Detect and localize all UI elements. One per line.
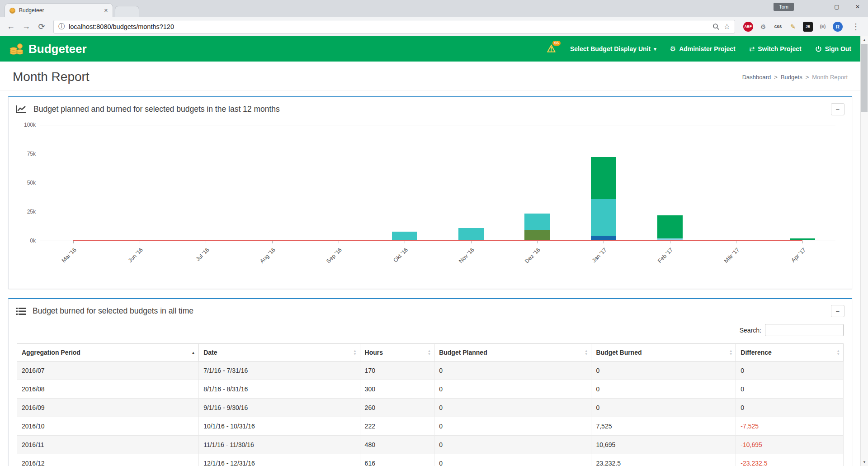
cell-budget-burned: 0 <box>591 399 736 417</box>
table-search: Search: <box>9 321 852 341</box>
cell-hours: 222 <box>360 417 434 436</box>
extension-x-icon[interactable]: ✎ <box>788 22 798 32</box>
cell-date: 8/1/16 - 8/31/16 <box>199 380 360 399</box>
sign-out-link[interactable]: Sign Out <box>815 45 851 52</box>
switch-project-link[interactable]: ⇄ Switch Project <box>749 45 802 53</box>
bar-nov-16 <box>458 228 484 240</box>
zoom-icon[interactable] <box>712 23 720 30</box>
budget-segment-green <box>591 157 616 199</box>
budget-segment-green <box>657 215 683 238</box>
budget-table: Aggregation Period▲▼Date▲▼Hours▲▼Budget … <box>17 343 844 466</box>
cell-budget-planned: 0 <box>434 380 591 399</box>
budget-segment-teal <box>591 199 616 236</box>
column-label: Budget Burned <box>596 349 642 356</box>
brand[interactable]: Budgeteer <box>9 42 87 56</box>
y-axis-label: 50k <box>16 179 36 186</box>
cell-date: 7/1/16 - 7/31/16 <box>199 361 360 380</box>
x-axis-label: Mär '17 <box>723 247 741 264</box>
select-budget-display-unit-menu[interactable]: Select Budget Display Unit ▾ <box>570 45 656 52</box>
extension-css-icon[interactable]: css <box>773 22 783 32</box>
table-panel: Budget burned for selected budgets in al… <box>8 298 852 466</box>
cell-aggregation-period: 2016/12 <box>17 454 199 466</box>
browser-tab[interactable]: Budgeteer ✕ <box>5 3 113 17</box>
x-axis-label: Apr '17 <box>790 247 807 264</box>
breadcrumb-dashboard[interactable]: Dashboard <box>742 74 771 81</box>
scroll-thumb[interactable] <box>861 44 868 112</box>
page-scrollbar[interactable]: ▲ ▼ <box>860 36 868 466</box>
breadcrumb-budgets[interactable]: Budgets <box>781 74 802 81</box>
extension-x-icon[interactable]: (≡) <box>818 22 828 32</box>
x-axis-label: Mai '16 <box>61 247 78 264</box>
sort-icon: ▲▼ <box>191 351 195 355</box>
minimize-button[interactable]: ─ <box>806 0 826 14</box>
column-header-budget-planned[interactable]: Budget Planned▲▼ <box>434 344 591 361</box>
table-row[interactable]: 2016/1111/1/16 - 11/30/16480010,695-10,6… <box>17 436 844 454</box>
browser-menu-icon[interactable]: ⋮ <box>847 22 864 32</box>
menu-label: Select Budget Display Unit <box>570 45 651 52</box>
x-axis-label: Jul '16 <box>194 247 210 262</box>
breadcrumb-separator: > <box>806 74 809 81</box>
column-header-budget-burned[interactable]: Budget Burned▲▼ <box>591 344 736 361</box>
administer-project-link[interactable]: ⚙ Administer Project <box>670 45 736 53</box>
cell-difference: -23,232.5 <box>736 454 844 466</box>
bar-dez-16 <box>524 214 550 240</box>
scroll-up-button[interactable]: ▲ <box>861 36 868 44</box>
collapse-button[interactable]: − <box>831 305 844 317</box>
profile-chip[interactable]: Tom <box>774 3 794 11</box>
refresh-button[interactable]: ⟳ <box>34 22 49 32</box>
page-info-icon[interactable]: ⓘ <box>58 23 65 31</box>
cell-difference: -10,695 <box>736 436 844 454</box>
column-header-difference[interactable]: Difference▲▼ <box>736 344 844 361</box>
table-row[interactable]: 2016/1212/1/16 - 12/31/16616023,232.5-23… <box>17 454 844 466</box>
extension-abp-icon[interactable]: ABP <box>743 22 753 32</box>
column-label: Difference <box>741 349 771 356</box>
cell-budget-burned: 0 <box>591 361 736 380</box>
sort-icon: ▲▼ <box>585 350 588 356</box>
budget-segment-teal <box>524 214 550 230</box>
search-input[interactable] <box>765 324 844 336</box>
url-text[interactable]: localhost:8080/budgets/months?120 <box>69 23 708 30</box>
new-tab-button[interactable] <box>115 6 139 17</box>
grid-line <box>40 183 835 183</box>
column-header-hours[interactable]: Hours▲▼ <box>360 344 434 361</box>
scroll-down-button[interactable]: ▼ <box>861 458 868 466</box>
grid-line <box>40 212 835 212</box>
cell-budget-planned: 0 <box>434 417 591 436</box>
column-header-aggregation-period[interactable]: Aggregation Period▲▼ <box>17 344 199 361</box>
tab-title: Budgeteer <box>19 7 100 14</box>
maximize-button[interactable]: ▢ <box>826 0 847 14</box>
power-icon <box>815 46 822 52</box>
y-axis-label: 25k <box>16 208 36 215</box>
table-row[interactable]: 2016/088/1/16 - 8/31/16300000 <box>17 380 844 399</box>
extension-x-icon[interactable]: ⚙ <box>758 22 768 32</box>
window-close-button[interactable]: ✕ <box>847 0 868 14</box>
chart-plot: 0k25k50k75k100kMai '16Jun '16Jul '16Aug … <box>40 125 835 241</box>
table-row[interactable]: 2016/077/1/16 - 7/31/16170000 <box>17 361 844 380</box>
collapse-button[interactable]: − <box>831 103 844 115</box>
cell-budget-burned: 10,695 <box>591 436 736 454</box>
table-row[interactable]: 2016/1010/1/16 - 10/31/1622207,525-7,525 <box>17 417 844 436</box>
x-axis-label: Jun '16 <box>127 247 144 264</box>
bookmark-star-icon[interactable]: ☆ <box>724 22 730 31</box>
forward-button[interactable]: → <box>19 22 33 31</box>
bar-feb-17 <box>657 215 683 240</box>
warning-indicator[interactable]: ⚠ 55 <box>547 44 556 54</box>
chart-panel-title: Budget planned and burned for selected b… <box>33 105 280 114</box>
cell-aggregation-period: 2016/07 <box>17 361 199 380</box>
extension-r-icon[interactable]: R <box>833 22 843 32</box>
budgeteer-favicon-icon <box>9 8 15 14</box>
breadcrumb-separator: > <box>774 74 778 81</box>
column-header-date[interactable]: Date▲▼ <box>199 344 360 361</box>
cell-budget-planned: 0 <box>434 436 591 454</box>
address-bar[interactable]: ⓘ localhost:8080/budgets/months?120 ☆ <box>53 20 735 33</box>
tab-close-icon[interactable]: ✕ <box>104 8 108 14</box>
table-row[interactable]: 2016/099/1/16 - 9/30/16260000 <box>17 399 844 417</box>
search-label: Search: <box>740 327 761 334</box>
cell-budget-burned: 7,525 <box>591 417 736 436</box>
top-navbar: Budgeteer ⚠ 55 Select Budget Display Uni… <box>0 36 860 62</box>
back-button[interactable]: ← <box>4 22 18 31</box>
bar-jan-17 <box>591 157 616 240</box>
extension-jb-icon[interactable]: JB <box>803 22 813 32</box>
cell-date: 12/1/16 - 12/31/16 <box>199 454 360 466</box>
sort-icon: ▲▼ <box>353 350 356 356</box>
